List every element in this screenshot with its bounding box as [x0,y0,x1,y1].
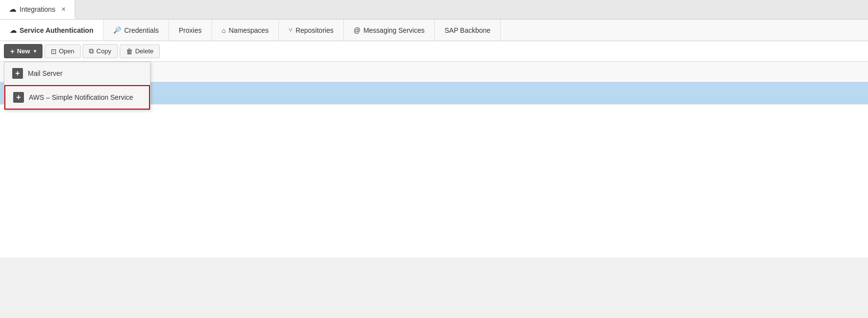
tab-credentials[interactable]: 🔎 Credentials [104,20,169,41]
new-dropdown-menu: + Mail Server + AWS – Simple Notificatio… [4,62,150,110]
nav-tabs: ☁ Service Authentication 🔎 Credentials P… [0,20,868,41]
service-auth-label: Service Authentication [20,26,93,34]
service-auth-icon: ☁ [10,26,17,34]
open-icon: ⊡ [51,47,57,55]
copy-button[interactable]: ⧉ Copy [83,44,117,58]
toolbar: + New ▾ ⊡ Open ⧉ Copy 🗑 Delete + Mail Se… [0,41,868,62]
aws-sns-label: AWS – Simple Notification Service [29,93,133,101]
open-label: Open [59,47,75,55]
tab-namespaces[interactable]: ⌂ Namespaces [212,20,279,41]
delete-icon: 🗑 [126,47,133,55]
dropdown-item-aws-sns[interactable]: + AWS – Simple Notification Service [4,85,150,110]
dropdown-item-mail-server[interactable]: + Mail Server [4,62,150,85]
tab-messaging-services[interactable]: @ Messaging Services [344,20,435,41]
tab-repositories[interactable]: ⑂ Repositories [279,20,344,41]
aws-sns-plus-icon: + [13,92,24,103]
messaging-label: Messaging Services [363,26,424,34]
integrations-tab[interactable]: ☁ Integrations ✕ [0,0,75,19]
tab-label: Integrations [20,5,55,13]
open-button[interactable]: ⊡ Open [44,45,81,58]
delete-label: Delete [135,47,154,55]
tab-service-authentication[interactable]: ☁ Service Authentication [0,20,104,41]
tab-proxies[interactable]: Proxies [169,20,212,41]
new-label: New [17,47,30,55]
mail-server-plus-icon: + [12,68,23,79]
copy-icon: ⧉ [89,47,94,55]
namespaces-label: Namespaces [229,26,269,34]
credentials-label: Credentials [124,26,159,34]
repositories-icon: ⑂ [289,26,293,34]
messaging-icon: @ [354,26,360,34]
cloud-icon: ☁ [9,4,17,14]
app-tab-bar: ☁ Integrations ✕ [0,0,868,20]
copy-label: Copy [96,47,111,55]
namespaces-icon: ⌂ [222,26,226,34]
tab-sap-backbone[interactable]: SAP Backbone [435,20,501,41]
sap-backbone-label: SAP Backbone [445,26,490,34]
delete-button[interactable]: 🗑 Delete [120,45,160,58]
new-button[interactable]: + New ▾ [4,44,42,58]
repositories-label: Repositories [296,26,334,34]
proxies-label: Proxies [179,26,202,34]
credentials-icon: 🔎 [113,26,121,34]
tab-close-icon[interactable]: ✕ [61,6,66,13]
new-plus-icon: + [10,47,15,55]
mail-server-label: Mail Server [28,69,63,77]
new-dropdown-arrow-icon: ▾ [34,48,36,54]
